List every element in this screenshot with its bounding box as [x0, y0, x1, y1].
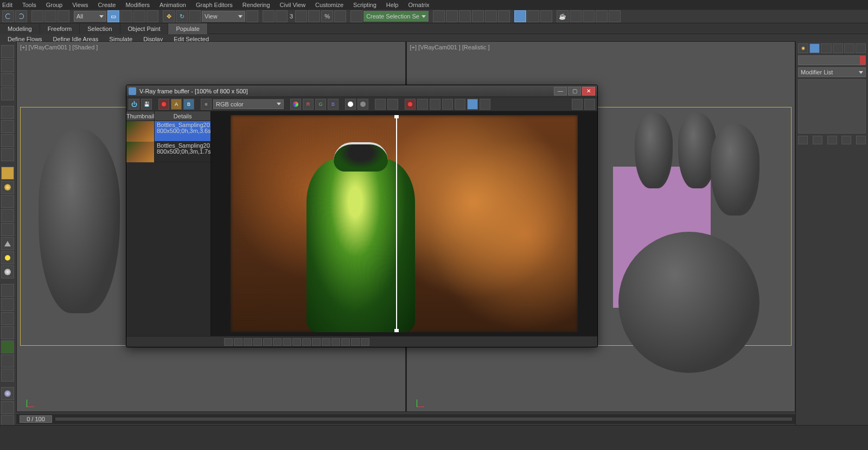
- window-crossing-button[interactable]: [146, 10, 158, 22]
- lt-cone-icon[interactable]: [1, 237, 14, 250]
- tab-freeform[interactable]: Freeform: [40, 23, 80, 34]
- selection-filter-combo[interactable]: All: [74, 11, 106, 22]
- toggle-ribbon-button[interactable]: [472, 10, 484, 22]
- layers-button[interactable]: [459, 10, 471, 22]
- keyboard-shortcut-button[interactable]: [276, 10, 288, 22]
- menu-help[interactable]: Help: [386, 2, 399, 8]
- modifier-stack[interactable]: [798, 79, 866, 134]
- lt-btn-6[interactable]: [1, 120, 14, 133]
- lt-helper-icon[interactable]: [1, 298, 14, 311]
- menu-scripting[interactable]: Scripting: [353, 2, 376, 8]
- lt-systems-icon[interactable]: [1, 326, 14, 339]
- select-name-button[interactable]: [120, 10, 132, 22]
- vfb-b-button[interactable]: B: [183, 99, 194, 110]
- undo-button[interactable]: [2, 10, 14, 22]
- lt-btn-7[interactable]: [1, 134, 14, 147]
- vfb-titlebar[interactable]: V-Ray frame buffer - [100% of 800 x 500]…: [126, 85, 597, 97]
- scale-button[interactable]: [189, 10, 201, 22]
- schematic-view-button[interactable]: [498, 10, 510, 22]
- lt-btn-3[interactable]: [1, 73, 14, 86]
- show-end-button[interactable]: [813, 136, 822, 144]
- lt-btn-5[interactable]: [1, 106, 14, 119]
- vfb-settings-button[interactable]: [584, 99, 595, 110]
- vfb-history-toggle-button[interactable]: [467, 99, 478, 110]
- vfb-st-7[interactable]: [283, 338, 291, 346]
- vfb-st-8[interactable]: [292, 338, 301, 346]
- vfb-st-1[interactable]: [224, 338, 233, 346]
- minimize-button[interactable]: —: [554, 87, 567, 96]
- vfb-link-button[interactable]: [442, 99, 453, 110]
- menu-modifiers[interactable]: Modifiers: [125, 2, 150, 8]
- render-cloud-button[interactable]: [596, 10, 608, 22]
- lt-cylinder-icon[interactable]: [1, 195, 14, 208]
- cmd-tab-motion[interactable]: [833, 43, 843, 53]
- lt-btn-2[interactable]: [1, 59, 14, 72]
- render-production-button[interactable]: ☕: [557, 10, 569, 22]
- render-extra-button[interactable]: [609, 10, 621, 22]
- link-button[interactable]: [31, 10, 43, 22]
- vfb-vfb2-button[interactable]: [455, 99, 465, 110]
- vfb-st-6[interactable]: [273, 338, 282, 346]
- modifier-list-combo[interactable]: Modifier List: [798, 67, 866, 77]
- lt-teapot-icon[interactable]: [1, 223, 14, 236]
- vfb-lens-button[interactable]: [572, 99, 583, 110]
- vfb-save-button[interactable]: 💾: [141, 99, 152, 110]
- menu-create[interactable]: Create: [98, 2, 116, 8]
- edit-named-sel-button[interactable]: [350, 10, 362, 22]
- timeline-track[interactable]: [55, 417, 792, 421]
- vfb-mono-button[interactable]: [345, 99, 356, 110]
- spinner-snap-button[interactable]: [334, 10, 346, 22]
- lt-particle-icon[interactable]: [1, 284, 14, 297]
- vfb-clear-button[interactable]: [375, 99, 386, 110]
- lt-geosphere-icon[interactable]: [1, 265, 14, 278]
- menu-edit[interactable]: Edit: [2, 2, 12, 8]
- lt-preview-icon[interactable]: [1, 387, 14, 400]
- render-setup-button[interactable]: [527, 10, 539, 22]
- vfb-st-12[interactable]: [331, 338, 340, 346]
- curve-editor-button[interactable]: [485, 10, 497, 22]
- vfb-st-9[interactable]: [302, 338, 311, 346]
- material-editor-button[interactable]: [514, 10, 526, 22]
- remove-mod-button[interactable]: [841, 136, 851, 144]
- vfb-st-3[interactable]: [244, 338, 252, 346]
- lt-light-icon[interactable]: [1, 251, 14, 264]
- timeline[interactable]: 0 / 100: [16, 414, 795, 424]
- unlink-button[interactable]: [44, 10, 56, 22]
- lt-btn-1[interactable]: [1, 45, 14, 58]
- vfb-st-11[interactable]: [322, 338, 330, 346]
- lt-misc-icon[interactable]: [1, 354, 14, 367]
- menu-animation[interactable]: Animation: [159, 2, 186, 8]
- vfb-copy-button[interactable]: [387, 99, 398, 110]
- lt-grid-icon[interactable]: [1, 401, 14, 414]
- close-button[interactable]: ✕: [582, 87, 595, 96]
- cmd-tab-create[interactable]: ✷: [798, 43, 808, 53]
- vfb-bchan-button[interactable]: B: [328, 99, 339, 110]
- vfb-a-button[interactable]: A: [171, 99, 182, 110]
- color-swatch[interactable]: [860, 56, 865, 65]
- menu-tools[interactable]: Tools: [22, 2, 36, 8]
- menu-group[interactable]: Group: [46, 2, 63, 8]
- cmd-tab-hierarchy[interactable]: [821, 43, 831, 53]
- ref-coord-combo[interactable]: View: [202, 11, 245, 22]
- render-iterative-button[interactable]: [570, 10, 582, 22]
- bind-button[interactable]: [58, 10, 69, 22]
- align-button[interactable]: [446, 10, 458, 22]
- vfb-st-5[interactable]: [263, 338, 272, 346]
- pin-stack-button[interactable]: [798, 136, 808, 144]
- vfb-stop-button[interactable]: [405, 99, 416, 110]
- tab-modeling[interactable]: Modeling: [0, 23, 40, 34]
- vfb-st-13[interactable]: [341, 338, 350, 346]
- menu-grapheditors[interactable]: Graph Editors: [196, 2, 233, 8]
- pivot-button[interactable]: [246, 10, 258, 22]
- tab-selection[interactable]: Selection: [80, 23, 120, 34]
- object-name-input[interactable]: [798, 55, 866, 65]
- snap-toggle-button[interactable]: [295, 10, 307, 22]
- vfb-rgb-button[interactable]: [290, 99, 301, 110]
- lt-plant-icon[interactable]: [1, 340, 14, 353]
- vfb-menu-button[interactable]: ≡: [201, 99, 212, 110]
- vfb-power-button[interactable]: ⏻: [129, 99, 139, 110]
- lt-box-icon[interactable]: [1, 167, 14, 180]
- vfb-st-14[interactable]: [351, 338, 360, 346]
- configure-button[interactable]: [856, 136, 866, 144]
- vray-frame-buffer-window[interactable]: V-Ray frame buffer - [100% of 800 x 500]…: [126, 85, 598, 347]
